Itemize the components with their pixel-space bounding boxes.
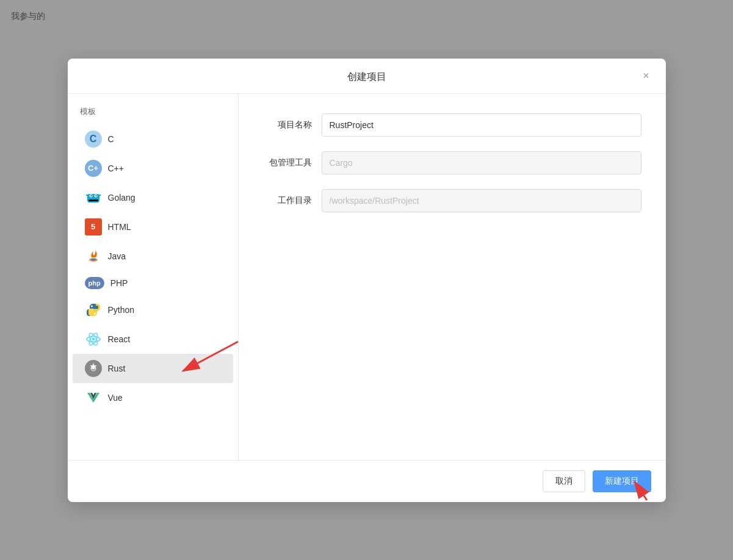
- form-content-area: 项目名称 包管理工具 工作目录: [239, 94, 666, 460]
- dialog-header: 创建项目 ×: [68, 59, 666, 94]
- java-icon: [85, 248, 102, 265]
- modal-overlay: 创建项目 × 模板 C C C+ C++: [0, 0, 733, 560]
- label-package-manager: 包管理工具: [263, 157, 312, 168]
- sidebar-item-html[interactable]: 5 HTML: [73, 212, 233, 242]
- sidebar-item-c[interactable]: C C: [73, 124, 233, 154]
- rust-icon: [85, 360, 102, 377]
- svg-point-17: [92, 367, 95, 370]
- sidebar-item-label-react: React: [108, 334, 131, 344]
- cancel-button[interactable]: 取消: [543, 470, 585, 492]
- dialog-footer: 取消 新建项目: [68, 460, 666, 502]
- python-icon: [85, 301, 102, 318]
- svg-rect-5: [88, 199, 98, 201]
- html-icon: 5: [85, 218, 102, 235]
- dialog-title: 创建项目: [347, 71, 386, 84]
- react-icon: [85, 331, 102, 348]
- svg-point-9: [91, 305, 93, 307]
- form-row-work-dir: 工作目录: [263, 189, 641, 212]
- sidebar-item-cpp[interactable]: C+ C++: [73, 154, 233, 183]
- close-button[interactable]: ×: [639, 68, 654, 83]
- sidebar-item-golang[interactable]: Golang: [73, 183, 233, 212]
- sidebar-section-label: 模板: [68, 106, 238, 124]
- sidebar-item-label-vue: Vue: [108, 393, 123, 403]
- svg-point-10: [94, 312, 96, 314]
- sidebar-item-label-c: C: [108, 134, 114, 144]
- label-project-name: 项目名称: [263, 120, 312, 131]
- sidebar-item-label-rust: Rust: [108, 364, 126, 373]
- sidebar-item-python[interactable]: Python: [73, 295, 233, 325]
- c-icon: C: [85, 131, 102, 148]
- input-project-name[interactable]: [322, 113, 641, 137]
- submit-button[interactable]: 新建项目: [593, 470, 651, 492]
- sidebar-item-label-golang: Golang: [108, 193, 135, 203]
- golang-icon: [85, 189, 102, 206]
- sidebar-item-react[interactable]: React: [73, 325, 233, 354]
- sidebar-item-java[interactable]: Java: [73, 242, 233, 271]
- vue-icon: [85, 389, 102, 406]
- dialog-body: 模板 C C C+ C++: [68, 94, 666, 460]
- cpp-icon: C+: [85, 160, 102, 177]
- create-project-dialog: 创建项目 × 模板 C C C+ C++: [68, 59, 666, 502]
- sidebar-item-label-html: HTML: [108, 222, 131, 232]
- sidebar-item-label-java: Java: [108, 251, 126, 261]
- sidebar-item-label-python: Python: [108, 305, 135, 315]
- svg-point-4: [95, 195, 96, 196]
- input-work-dir: [322, 189, 641, 212]
- svg-point-11: [92, 337, 95, 340]
- form-row-package-manager: 包管理工具: [263, 151, 641, 174]
- form-row-project-name: 项目名称: [263, 113, 641, 137]
- sidebar-item-rust[interactable]: Rust: [73, 354, 233, 383]
- sidebar-item-label-php: PHP: [110, 278, 128, 288]
- svg-point-3: [90, 195, 92, 196]
- sidebar-item-vue[interactable]: Vue: [73, 383, 233, 412]
- label-work-dir: 工作目录: [263, 195, 312, 206]
- sidebar-item-label-cpp: C++: [108, 163, 124, 173]
- sidebar-item-php[interactable]: php PHP: [73, 271, 233, 295]
- input-package-manager: [322, 151, 641, 174]
- php-icon: php: [85, 277, 104, 289]
- template-sidebar: 模板 C C C+ C++: [68, 94, 239, 460]
